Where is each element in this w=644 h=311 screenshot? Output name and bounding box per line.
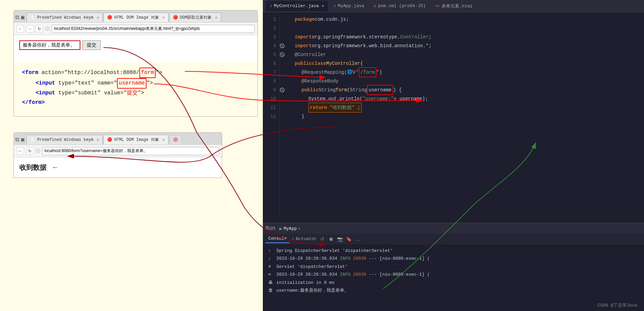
code-display-area: <form action="http://localhost:8080/form…: [14, 62, 257, 116]
window-icon: ▣: [21, 14, 24, 21]
annotation-responsebody: @ResponseBody: [301, 77, 338, 86]
semicolon: ;: [357, 105, 360, 110]
line-num-4: 4: [266, 41, 276, 50]
requestmapping-close: ): [379, 68, 382, 77]
import-2: org.springframework.web.bind.annotation.…: [312, 41, 431, 50]
bottom-tab-html-dom[interactable]: 🔴 HTML DOM Image 对象 ✕: [103, 135, 169, 144]
myapp-tab-label: MyApp: [284, 226, 297, 231]
console-tab-console[interactable]: Console: [266, 235, 290, 243]
console-tab-close[interactable]: ✕: [298, 226, 300, 231]
breakpoint-cancel-4[interactable]: [280, 43, 285, 48]
code-form-tag-start: <form: [22, 70, 42, 76]
kw-import-1: import: [295, 33, 312, 41]
arrow-left-icon: ←: [53, 164, 57, 171]
bp-12: [280, 112, 288, 121]
console-btn-more[interactable]: …: [354, 236, 361, 242]
xml-icon-pom: m: [374, 4, 376, 8]
line-num-8: 8: [266, 77, 276, 86]
line-num-1: 1: [266, 15, 276, 24]
tab-close-html-dom[interactable]: ✕: [162, 15, 165, 20]
console-btn-stop[interactable]: ⏹: [328, 236, 334, 242]
tab-dom-get[interactable]: 🔴 DOM获取元素对象 ✕: [169, 13, 221, 22]
code-line-1: <form action="http://localhost:8080/form…: [22, 68, 249, 78]
console-btn-bookmark[interactable]: 🔖: [345, 236, 352, 242]
console-info-1: INFO: [340, 256, 353, 261]
console-tab-bar: Run ▶ MyApp ✕: [263, 223, 644, 234]
breakpoint-cancel-5[interactable]: [280, 52, 285, 57]
play-icon: ▶: [279, 226, 282, 232]
console-btn-rerun[interactable]: ↺: [319, 236, 326, 242]
bottom-tab-close-html-dom[interactable]: ✕: [162, 138, 165, 142]
console-text-5: initialization in 0 ms: [276, 280, 335, 285]
code-line-4: </form>: [22, 98, 249, 107]
class-name: MyController: [326, 59, 360, 68]
code-row-8: @ResponseBody: [295, 77, 637, 86]
actuator-icon: ⚡: [292, 236, 294, 242]
bottom-tab-label-html-dom: HTML DOM Image 对象: [114, 137, 159, 143]
ide-tab-label-biaodanyuansu: 表单元素.html: [442, 3, 472, 9]
bottom-tab-extra[interactable]: 🔴: [169, 135, 182, 144]
bottom-tab-icon-extra: 🔴: [173, 137, 178, 142]
code-action-attr: action=: [42, 70, 64, 76]
console-tab-actuator[interactable]: ⚡ Actuator: [292, 236, 317, 242]
kw-package: package: [295, 15, 315, 24]
ide-tab-bar: J MyController.java ● J MyApp.java m pom…: [263, 0, 644, 12]
return-highlight: return "收到数据" ;: [308, 103, 362, 113]
top-browser-toolbar: ← → ↻ ⓘ: [14, 23, 257, 35]
address-bar-top[interactable]: [52, 25, 255, 33]
bp-10: [280, 94, 288, 103]
method-sig-end: ) {: [393, 86, 402, 94]
top-browser-tab-bar: ⧉ ▣ 📄 Predefined Windows keym ✕ 🔴 HTML D…: [14, 11, 257, 23]
bottom-tab-label-predefined: Predefined Windows keym: [37, 138, 94, 142]
ide-tab-pom[interactable]: m pom.xml (pro04-JS): [370, 1, 430, 11]
forward-button[interactable]: →: [26, 25, 34, 33]
bottom-reload-button[interactable]: ↻: [26, 147, 34, 155]
out: out: [328, 94, 337, 103]
bp-2: [280, 24, 288, 33]
tab-label-predefined: Predefined Windows keym: [37, 15, 94, 20]
tab-predefined[interactable]: 📄 Predefined Windows keym ✕: [26, 13, 103, 22]
bottom-tab-predefined[interactable]: 📄 Predefined Windows keym ✕: [26, 135, 103, 144]
code-row-7: @RequestMapping( 🌐 ᐯ "/form" ): [295, 68, 637, 77]
back-button[interactable]: ←: [17, 25, 24, 33]
actuator-label: Actuator: [296, 236, 317, 241]
breakpoint-cancel-9[interactable]: [280, 88, 285, 92]
console-btn-camera[interactable]: 📷: [336, 236, 343, 242]
code-type-attr: type=: [58, 80, 75, 86]
bottom-back-button[interactable]: ←: [17, 147, 24, 155]
ide-tab-myapp[interactable]: J MyApp.java: [329, 1, 368, 11]
myapp-tab[interactable]: ▶ MyApp ✕: [279, 226, 301, 232]
bottom-tab-icon-html-dom: 🔴: [107, 137, 112, 142]
line-num-11: 11: [266, 103, 276, 112]
code-row-6: public class MyController {: [295, 59, 637, 68]
tab-close-predefined[interactable]: ✕: [97, 15, 99, 20]
code-submit-attr: type=: [58, 90, 75, 96]
import-1: org.springframework.stereotype.: [312, 33, 400, 41]
form-username-input[interactable]: [19, 40, 80, 50]
scroll-down: ↓: [268, 255, 274, 262]
copy-icon-bottom: ⧉: [15, 136, 19, 143]
brace-open: {: [360, 59, 363, 68]
address-bar-bottom[interactable]: [42, 147, 219, 155]
ide-tab-mycontroller[interactable]: J MyController.java ●: [266, 1, 328, 11]
reload-button[interactable]: ↻: [36, 25, 43, 33]
window-icon-bottom: ▣: [21, 136, 24, 143]
ide-tab-label-pom: pom.xml (pro04-JS): [378, 3, 426, 8]
submit-button[interactable]: 提交: [82, 40, 101, 50]
bottom-browser-toolbar: ← ↻ ⓘ: [14, 145, 222, 157]
tab-close-dom-get[interactable]: ✕: [215, 15, 217, 20]
code-row-5: @Controller: [295, 50, 637, 59]
code-row-3: import org.springframework.stereotype.Co…: [295, 33, 637, 41]
console-panel: Run ▶ MyApp ✕ Console ⚡ Actuator ↺ ⏹ 📷 🔖…: [263, 223, 644, 311]
bottom-tab-close-predefined[interactable]: ✕: [97, 138, 99, 142]
kw-return: return: [310, 105, 330, 110]
code-line-3: <input type="submit" value="提交">: [36, 89, 249, 98]
ide-tab-biaodanyuansu[interactable]: <> 表单元素.html: [431, 1, 476, 11]
tab-html-dom[interactable]: 🔴 HTML DOM Image 对象 ✕: [103, 13, 169, 22]
kw-class: class: [312, 59, 326, 68]
bp-9: [280, 86, 288, 94]
bp-11: [280, 103, 288, 112]
console-line-5: 🖶 initialization in 0 ms: [268, 279, 639, 287]
scroll-eq: ≡: [268, 263, 274, 271]
bottom-browser-tab-bar: ⧉ ▣ 📄 Predefined Windows keym ✕ 🔴 HTML D…: [14, 133, 222, 145]
